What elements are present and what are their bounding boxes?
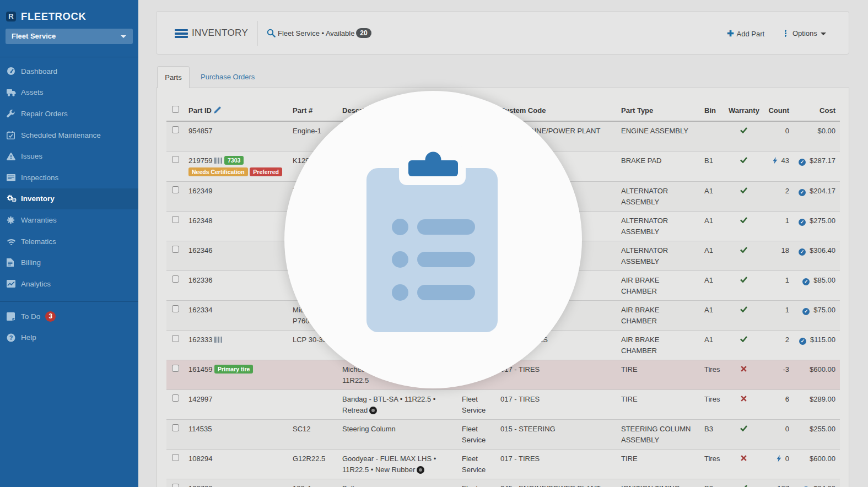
svg-text:?: ? — [9, 334, 13, 341]
